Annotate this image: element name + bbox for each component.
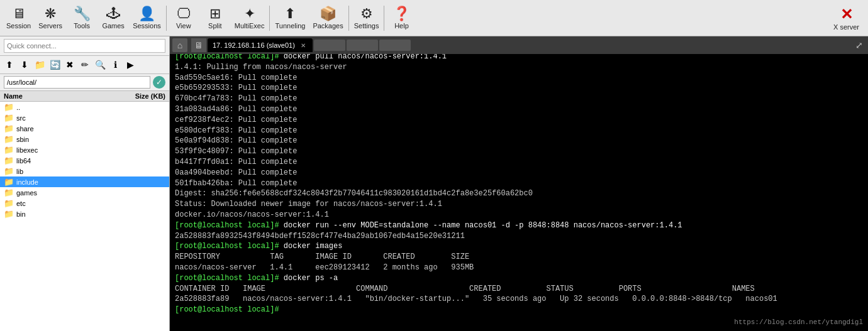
list-item[interactable]: 📁 bin	[0, 209, 169, 219]
terminal-line: e5b659293533: Pull complete	[175, 83, 863, 94]
refresh-button[interactable]: 🔄	[48, 58, 62, 72]
terminal[interactable]: [root@localhost local]# docker pull naco…	[170, 54, 868, 331]
tools-menu[interactable]: 🔧 Tools	[66, 0, 97, 36]
rename-button[interactable]: ✏	[78, 58, 92, 72]
servers-menu[interactable]: ❋ Servers	[35, 0, 66, 36]
file-name: lib64	[16, 157, 119, 165]
terminal-line: [root@localhost local]# docker images	[175, 241, 863, 252]
more-button[interactable]: ▶	[123, 58, 137, 72]
terminal-line: b4417f7fd0a1: Pull complete	[175, 157, 863, 168]
help-label: Help	[394, 22, 409, 30]
list-item[interactable]: 📁 lib64	[0, 155, 169, 166]
tab-3[interactable]	[347, 40, 378, 51]
output-text: Status: Downloaded newer image for nacos…	[175, 200, 442, 209]
folder-icon: 📁	[4, 209, 14, 219]
monitor-icon[interactable]: 🖥	[191, 38, 206, 52]
terminal-line: 5e0a9f94d838: Pull complete	[175, 136, 863, 146]
output-text: 5e0a9f94d838: Pull complete	[175, 136, 297, 145]
list-item[interactable]: 📁 share	[0, 123, 169, 134]
list-item[interactable]: 📁 include	[0, 176, 169, 187]
file-name: src	[16, 114, 119, 122]
sessions-icon: 👤	[138, 7, 155, 21]
split-menu[interactable]: ⊞ Split	[199, 0, 231, 36]
prompt: [root@localhost local]#	[175, 274, 284, 283]
tab-expand-button[interactable]: ⤢	[853, 40, 865, 50]
settings-menu[interactable]: ⚙ Settings	[350, 0, 383, 36]
output-text: CONTAINER ID IMAGE COMMAND CREATED STATU…	[175, 285, 755, 293]
list-item[interactable]: 📁 libexec	[0, 144, 169, 155]
path-go-button[interactable]: ✓	[153, 76, 165, 89]
terminal-line: [root@localhost local]#	[175, 305, 863, 315]
packages-menu[interactable]: 📦 Packages	[309, 0, 347, 36]
view-menu[interactable]: 🖵 View	[168, 0, 199, 36]
output-text: b4417f7fd0a1: Pull complete	[175, 158, 297, 166]
terminal-line: [root@localhost local]# docker ps -a	[175, 273, 863, 284]
output-text: 31a083ad4a86: Pull complete	[175, 105, 297, 114]
folder-icon: 📁	[4, 198, 14, 208]
quick-connect-input[interactable]	[4, 39, 165, 53]
list-item[interactable]: 📁 src	[0, 112, 169, 123]
tab-4[interactable]	[379, 40, 411, 51]
list-item[interactable]: 📁 etc	[0, 198, 169, 209]
tools-icon: 🔧	[74, 7, 91, 21]
help-menu[interactable]: ❓ Help	[386, 0, 417, 36]
filter-button[interactable]: 🔍	[93, 58, 107, 72]
path-input[interactable]	[4, 76, 150, 89]
output-text: 53f9f9c48097: Pull complete	[175, 147, 297, 156]
tunneling-label: Tunneling	[275, 22, 305, 30]
new-folder-button[interactable]: 📁	[33, 58, 47, 72]
terminal-line: 2a528883fa89 nacos/nacos-server:1.4.1 "b…	[175, 294, 863, 305]
download-button[interactable]: ⬇	[18, 58, 31, 72]
file-toolbar: ⬆ ⬇ 📁 🔄 ✖ ✏ 🔍 ℹ ▶	[0, 56, 169, 74]
output-text: cef9238f4ec2: Pull complete	[175, 116, 297, 124]
help-icon: ❓	[393, 7, 410, 21]
tab-close-button[interactable]: ✕	[299, 41, 308, 50]
folder-icon: 📁	[4, 188, 14, 197]
file-name: ..	[16, 104, 119, 111]
separator-3	[348, 6, 349, 31]
settings-icon: ⚙	[360, 7, 373, 21]
properties-button[interactable]: ℹ	[108, 58, 122, 72]
output-text: docker.io/nacos/nacos-server:1.4.1	[175, 210, 329, 219]
servers-icon: ❋	[45, 7, 56, 21]
tab-bar: ⌂ 🖥 17. 192.168.1.16 (slave01) ✕ ⤢	[170, 36, 868, 54]
output-text: 2a528883fa89 nacos/nacos-server:1.4.1 "b…	[175, 295, 777, 303]
packages-label: Packages	[313, 22, 343, 30]
delete-button[interactable]: ✖	[63, 58, 77, 72]
session-menu[interactable]: 🖥 Session	[3, 0, 35, 36]
sessions-menu[interactable]: 👤 Sessions	[129, 0, 165, 36]
terminal-line: 5ad559c5ae16: Pull complete	[175, 73, 863, 84]
list-item[interactable]: 📁 sbin	[0, 134, 169, 144]
packages-icon: 📦	[320, 7, 337, 21]
home-tab-button[interactable]: ⌂	[172, 38, 187, 52]
tab-slave01[interactable]: 17. 192.168.1.16 (slave01) ✕	[208, 38, 313, 52]
terminal-line: 2a528883fa8932543f8494bdeff1528cf477e4ba…	[175, 231, 863, 242]
folder-icon: 📁	[4, 166, 14, 176]
file-name: include	[16, 178, 119, 186]
split-label: Split	[208, 22, 221, 30]
tab-2[interactable]	[314, 40, 345, 51]
tunneling-menu[interactable]: ⬆ Tunneling	[271, 0, 309, 36]
multiexec-menu[interactable]: ✦ MultiExec	[231, 0, 269, 36]
list-item[interactable]: 📁 games	[0, 187, 169, 198]
x-server-button[interactable]: ✕ X server	[827, 3, 865, 33]
output-text: 1.4.1: Pulling from nacos/nacos-server	[175, 63, 347, 72]
upload-button[interactable]: ⬆	[3, 58, 16, 72]
session-icon: 🖥	[12, 7, 26, 21]
games-menu[interactable]: 🕹 Games	[97, 0, 129, 36]
tab-label: 17. 192.168.1.16 (slave01)	[213, 41, 295, 49]
tools-label: Tools	[74, 22, 90, 30]
terminal-line: 31a083ad4a86: Pull complete	[175, 104, 863, 115]
output-text: 2a528883fa8932543f8494bdeff1528cf477e4ba…	[175, 232, 465, 241]
command: docker pull nacos/nacos-server:1.4.1	[284, 54, 447, 61]
prompt: [root@localhost local]#	[175, 305, 284, 314]
prompt: [root@localhost local]#	[175, 242, 284, 251]
list-item[interactable]: 📁 ..	[0, 102, 169, 112]
file-name: sbin	[16, 136, 119, 143]
games-label: Games	[102, 22, 124, 30]
file-name: share	[16, 125, 119, 133]
folder-icon: 📁	[4, 134, 14, 144]
separator-1	[166, 6, 167, 31]
list-item[interactable]: 📁 lib	[0, 166, 169, 176]
file-name: libexec	[16, 146, 119, 154]
